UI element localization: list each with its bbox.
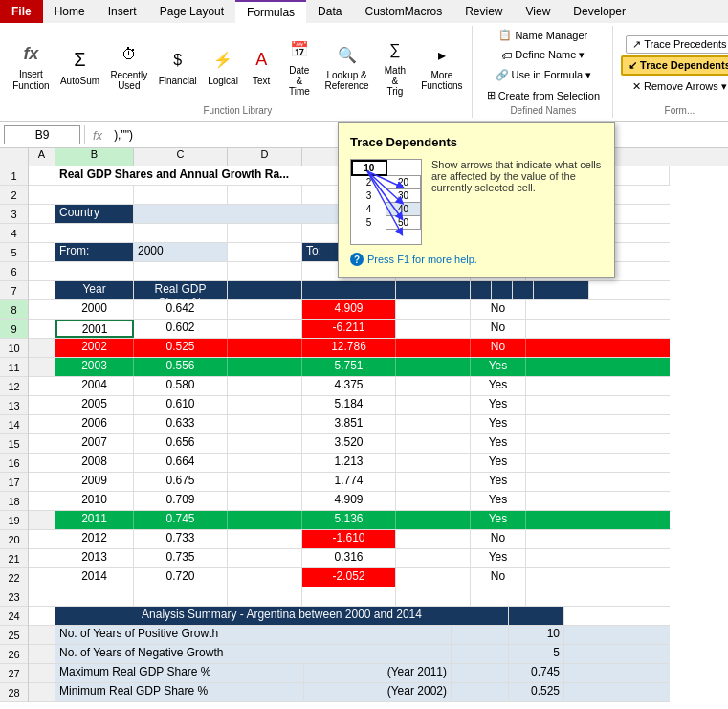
cell-E28[interactable] (452, 683, 509, 701)
cell-J11[interactable]: Yes (471, 358, 526, 376)
cell-A4[interactable] (29, 224, 55, 242)
autosum-button[interactable]: Σ AutoSum (55, 41, 104, 90)
cell-D12[interactable] (228, 377, 302, 395)
cell-F20[interactable] (396, 530, 471, 548)
cell-E25[interactable] (452, 626, 509, 644)
cell-J19[interactable]: Yes (471, 511, 526, 529)
col-header-C[interactable]: C (134, 148, 228, 166)
cell-B18[interactable]: 2010 (55, 492, 134, 510)
cell-C2[interactable] (134, 186, 228, 204)
date-time-button[interactable]: 📅 Date &Time (279, 31, 319, 100)
cell-F14[interactable] (396, 415, 471, 433)
cell-J26[interactable]: 5 (509, 645, 564, 663)
cell-J16[interactable]: Yes (471, 454, 526, 472)
tab-view[interactable]: View (515, 0, 563, 23)
cell-J10[interactable]: No (471, 339, 526, 357)
cell-J18[interactable]: Yes (471, 492, 526, 510)
cell-D7[interactable] (228, 281, 302, 299)
cell-A2[interactable] (29, 186, 55, 204)
row-header-19[interactable]: 19 (0, 511, 28, 530)
cell-C16[interactable]: 0.664 (134, 454, 228, 472)
row-header-25[interactable]: 25 (0, 626, 28, 645)
cell-D4[interactable] (228, 224, 302, 242)
cell-E19[interactable]: 5.136 (302, 511, 396, 529)
cell-C18[interactable]: 0.709 (134, 492, 228, 510)
row-header-20[interactable]: 20 (0, 530, 28, 549)
cell-D18[interactable] (228, 492, 302, 510)
cell-C21[interactable]: 0.735 (134, 549, 228, 567)
cell-E9[interactable]: -6.211 (302, 320, 396, 338)
cell-E8[interactable]: 4.909 (302, 300, 396, 319)
cell-F22[interactable] (396, 568, 471, 587)
cell-B13[interactable]: 2005 (55, 396, 134, 414)
cell-J13[interactable]: Yes (471, 396, 526, 414)
cell-J27[interactable]: 0.745 (509, 664, 564, 682)
cell-F16[interactable] (396, 454, 471, 472)
cell-B11[interactable]: 2003 (55, 358, 134, 376)
cell-B15[interactable]: 2007 (55, 434, 134, 453)
cell-B7[interactable]: Year (55, 281, 134, 299)
cell-B12[interactable]: 2004 (55, 377, 134, 395)
cell-J8[interactable]: No (471, 300, 526, 319)
cell-B14[interactable]: 2006 (55, 415, 134, 433)
cell-C14[interactable]: 0.633 (134, 415, 228, 433)
create-from-selection-button[interactable]: ⊞ Create from Selection (480, 86, 607, 104)
cell-B26[interactable]: No. of Years of Negative Growth (55, 645, 452, 663)
cell-B28[interactable]: Minimum Real GDP Share % (55, 683, 304, 701)
row-header-15[interactable]: 15 (0, 434, 28, 454)
row-header-7[interactable]: 7 (0, 281, 28, 300)
cell-C12[interactable]: 0.580 (134, 377, 228, 395)
cell-D16[interactable] (228, 454, 302, 472)
cell-J9[interactable]: No (471, 320, 526, 338)
cell-D11[interactable] (228, 358, 302, 376)
row-header-26[interactable]: 26 (0, 645, 28, 664)
row-header-5[interactable]: 5 (0, 243, 28, 262)
cell-D15[interactable] (228, 434, 302, 453)
more-functions-button[interactable]: ▸ MoreFunctions (416, 35, 468, 95)
tab-home[interactable]: Home (43, 0, 97, 23)
tab-custommacros[interactable]: CustomMacros (353, 0, 453, 23)
cell-B2[interactable] (55, 186, 134, 204)
tab-data[interactable]: Data (306, 0, 353, 23)
tab-formulas[interactable]: Formulas (235, 0, 306, 23)
row-header-22[interactable]: 22 (0, 568, 28, 587)
cell-A7[interactable] (29, 281, 55, 299)
math-trig-button[interactable]: ∑ Math &Trig (375, 31, 415, 100)
cell-B19[interactable]: 2011 (55, 511, 134, 529)
row-header-4[interactable]: 4 (0, 224, 28, 243)
cell-F9[interactable] (396, 320, 471, 338)
trace-precedents-button[interactable]: ↗ Trace Precedents (626, 35, 728, 54)
cell-D10[interactable] (228, 339, 302, 357)
logical-button[interactable]: ⚡ Logical (203, 41, 243, 90)
cell-F15[interactable] (396, 434, 471, 453)
cell-B4[interactable] (55, 224, 134, 242)
lookup-reference-button[interactable]: 🔍 Lookup &Reference (320, 35, 374, 95)
cell-B5[interactable]: From: (55, 243, 134, 261)
cell-F13[interactable] (396, 396, 471, 414)
text-button[interactable]: A Text (244, 41, 278, 90)
cell-D20[interactable] (228, 530, 302, 548)
cell-J15[interactable]: Yes (471, 434, 526, 453)
insert-function-button[interactable]: fx InsertFunction (8, 34, 55, 96)
cell-C7[interactable]: Real GDP Share % (134, 281, 228, 299)
financial-button[interactable]: $ Financial (153, 41, 201, 90)
cell-E10[interactable]: 12.786 (302, 339, 396, 357)
cell-F8[interactable] (396, 300, 471, 319)
row-header-12[interactable]: 12 (0, 377, 28, 396)
tab-page-layout[interactable]: Page Layout (148, 0, 235, 23)
row-header-28[interactable]: 28 (0, 683, 28, 702)
cell-E11[interactable]: 5.751 (302, 358, 396, 376)
cell-D5[interactable] (228, 243, 302, 261)
tab-insert[interactable]: Insert (97, 0, 148, 23)
cell-E12[interactable]: 4.375 (302, 377, 396, 395)
cell-J14[interactable]: Yes (471, 415, 526, 433)
cell-D2[interactable] (228, 186, 302, 204)
cell-E15[interactable]: 3.520 (302, 434, 396, 453)
cell-J21[interactable]: Yes (471, 549, 526, 567)
recently-used-button[interactable]: ⏱ RecentlyUsed (105, 35, 152, 95)
row-header-11[interactable]: 11 (0, 358, 28, 377)
cell-C19[interactable]: 0.745 (134, 511, 228, 529)
cell-B9[interactable]: 2001 (55, 320, 134, 338)
row-header-10[interactable]: 10 (0, 339, 28, 358)
cell-F19[interactable] (396, 511, 471, 529)
